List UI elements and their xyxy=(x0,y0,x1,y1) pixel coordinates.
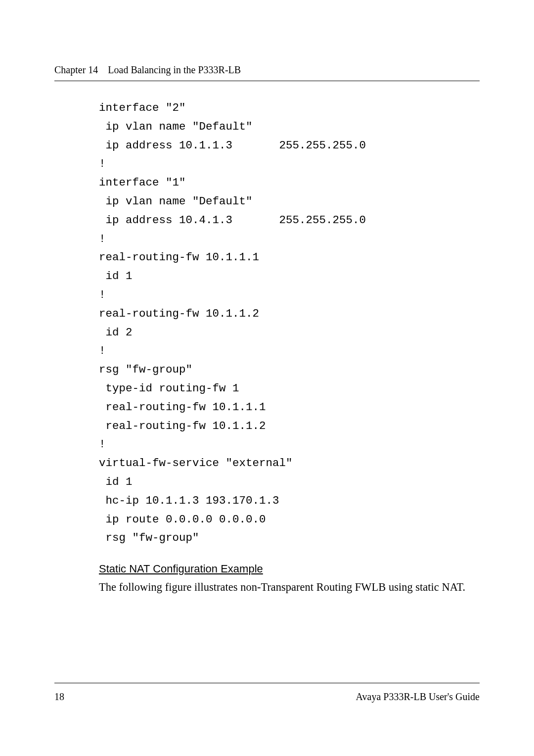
chapter-number: Chapter 14 xyxy=(54,64,98,75)
section-body: The following figure illustrates non-Tra… xyxy=(99,579,480,595)
footer-row: 18 Avaya P333R-LB User's Guide xyxy=(54,691,480,703)
section-heading: Static NAT Configuration Example xyxy=(99,563,480,575)
page: Chapter 14 Load Balancing in the P333R-L… xyxy=(0,0,534,756)
running-header: Chapter 14 Load Balancing in the P333R-L… xyxy=(54,64,480,76)
doc-title: Avaya P333R-LB User's Guide xyxy=(356,691,480,703)
chapter-title: Load Balancing in the P333R-LB xyxy=(108,64,241,75)
footer-rule xyxy=(54,683,480,683)
page-footer: 18 Avaya P333R-LB User's Guide xyxy=(54,683,480,703)
page-number: 18 xyxy=(54,691,64,703)
code-listing: interface "2" ip vlan name "Default" ip … xyxy=(99,99,480,548)
header-rule xyxy=(54,81,480,81)
